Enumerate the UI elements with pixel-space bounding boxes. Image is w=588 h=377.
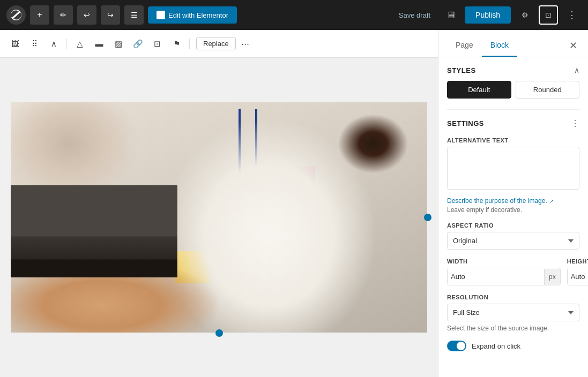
expand-label: Expand on click xyxy=(472,342,520,350)
sidebar-toggle-button[interactable]: ⊡ xyxy=(539,5,558,25)
width-group: WIDTH px xyxy=(447,258,561,285)
style-buttons-group: Default Rounded xyxy=(447,81,579,99)
decorative-note: Leave empty if decorative. xyxy=(447,206,579,214)
save-draft-button[interactable]: Save draft xyxy=(392,7,437,24)
move-up-button[interactable]: ∧ xyxy=(45,35,62,52)
preview-button[interactable]: 🖥 xyxy=(441,5,460,25)
flag-button[interactable]: ⚑ xyxy=(168,35,185,52)
width-unit: px xyxy=(544,269,560,285)
settings-more-button[interactable]: ⋮ xyxy=(571,118,579,129)
image-canvas xyxy=(11,102,427,333)
main-layout: 🖼 ⠿ ∧ △ ▬ ▨ 🔗 ⊡ ⚑ Replace ⋯ xyxy=(0,30,588,377)
styles-title: Styles xyxy=(447,66,476,74)
expand-on-click-row: Expand on click xyxy=(447,341,579,351)
drag-handle[interactable]: ⠿ xyxy=(26,35,43,52)
full-width-button[interactable]: ▬ xyxy=(91,35,108,52)
height-label: HEIGHT xyxy=(567,258,588,265)
height-group: HEIGHT px xyxy=(567,258,588,285)
divider-1 xyxy=(447,109,579,110)
image-visual xyxy=(11,102,427,333)
sidebar-tabs: Page Block ✕ xyxy=(438,30,588,57)
settings-section-header: Settings ⋮ xyxy=(447,118,579,129)
elementor-label: Edit with Elementor xyxy=(168,11,228,19)
width-input[interactable] xyxy=(448,268,544,285)
settings-title: Settings xyxy=(447,119,484,127)
expand-toggle[interactable] xyxy=(447,341,466,351)
topbar: + ✏ ↩ ↪ ☰ Edit with Elementor Save draft… xyxy=(0,0,588,30)
image-container xyxy=(0,58,438,377)
external-link-icon: ↗ xyxy=(549,198,554,204)
styles-section-header: Styles ∧ xyxy=(447,66,579,74)
media-button[interactable]: ▨ xyxy=(110,35,127,52)
post-settings-button[interactable]: ⚙ xyxy=(515,5,534,25)
width-label: WIDTH xyxy=(447,258,561,265)
rounded-style-button[interactable]: Rounded xyxy=(516,81,580,99)
height-input[interactable] xyxy=(568,268,588,285)
list-view-button[interactable]: ☰ xyxy=(124,5,144,25)
publish-button[interactable]: Publish xyxy=(465,6,511,24)
replace-button[interactable]: Replace xyxy=(196,37,236,50)
sidebar: Page Block ✕ Styles ∧ Default Rounded Se… xyxy=(438,30,588,377)
toolbar-separator-1 xyxy=(66,39,67,49)
crop-button[interactable]: ⊡ xyxy=(148,35,166,52)
redo-button[interactable]: ↪ xyxy=(101,5,120,25)
describe-link-text: Describe the purpose of the image. xyxy=(447,197,547,205)
tools-button[interactable]: ✏ xyxy=(54,5,73,25)
describe-purpose-link[interactable]: Describe the purpose of the image. ↗ xyxy=(447,197,554,205)
default-style-button[interactable]: Default xyxy=(447,81,511,99)
styles-toggle-button[interactable]: ∧ xyxy=(574,66,579,74)
alt-text-field-group: ALTERNATIVE TEXT Describe the purpose of… xyxy=(447,137,579,214)
resize-handle-right[interactable] xyxy=(424,214,431,221)
add-block-button[interactable]: + xyxy=(30,5,49,25)
undo-button[interactable]: ↩ xyxy=(77,5,96,25)
toolbar-separator-2 xyxy=(189,39,190,49)
resolution-note: Select the size of the source image. xyxy=(447,325,579,332)
aspect-ratio-select[interactable]: Original Square - 1:1 Standard - 4:3 Por… xyxy=(447,232,579,250)
align-button[interactable]: △ xyxy=(71,35,88,52)
resolution-select[interactable]: Thumbnail Medium Large Full Size xyxy=(447,304,579,321)
block-tab[interactable]: Block xyxy=(482,34,517,57)
width-input-wrap: px xyxy=(447,268,561,285)
toolbar-more-button[interactable]: ⋯ xyxy=(238,36,253,51)
alt-text-label: ALTERNATIVE TEXT xyxy=(447,137,579,144)
dimension-row: WIDTH px HEIGHT px xyxy=(447,258,579,285)
edit-with-elementor-button[interactable]: Edit with Elementor xyxy=(148,6,237,24)
page-tab[interactable]: Page xyxy=(447,34,482,57)
image-block[interactable] xyxy=(11,102,427,333)
image-toolbar: 🖼 ⠿ ∧ △ ▬ ▨ 🔗 ⊡ ⚑ Replace ⋯ xyxy=(0,30,438,58)
sidebar-tabs-left: Page Block xyxy=(447,34,517,57)
more-options-button[interactable]: ⋮ xyxy=(562,5,582,25)
sidebar-close-button[interactable]: ✕ xyxy=(567,37,579,54)
link-button[interactable]: 🔗 xyxy=(129,35,146,52)
wp-icon xyxy=(11,10,21,20)
aspect-ratio-label: ASPECT RATIO xyxy=(447,222,579,229)
image-icon-button[interactable]: 🖼 xyxy=(6,35,24,52)
canvas-area: 🖼 ⠿ ∧ △ ▬ ▨ 🔗 ⊡ ⚑ Replace ⋯ xyxy=(0,30,438,377)
resize-handle-bottom[interactable] xyxy=(215,329,223,337)
wordpress-logo[interactable] xyxy=(6,5,26,25)
alt-text-input[interactable] xyxy=(447,147,579,190)
resolution-field-group: RESOLUTION Thumbnail Medium Large Full S… xyxy=(447,294,579,332)
resolution-label: RESOLUTION xyxy=(447,294,579,300)
height-input-wrap: px xyxy=(567,268,588,285)
aspect-ratio-field-group: ASPECT RATIO Original Square - 1:1 Stand… xyxy=(447,222,579,250)
sidebar-content: Styles ∧ Default Rounded Settings ⋮ ALTE… xyxy=(438,57,588,377)
